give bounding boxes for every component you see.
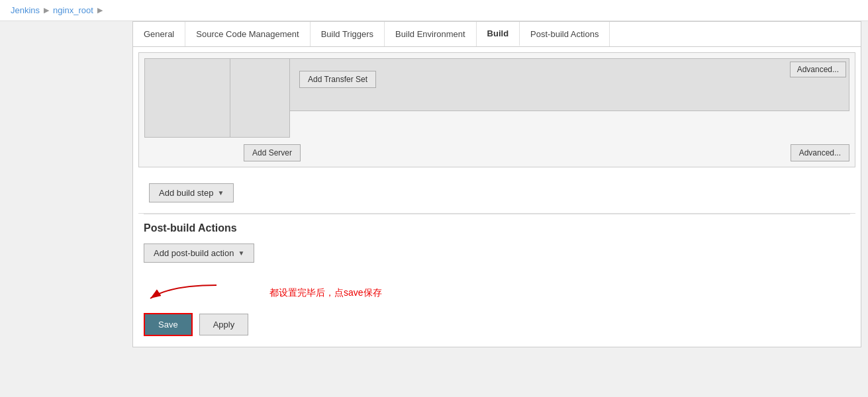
annotation-area: 都设置完毕后，点save保存 — [144, 280, 861, 306]
build-right-col: Advanced... Add Transfer Set — [290, 58, 849, 138]
advanced-top-button[interactable]: Advanced... — [790, 62, 846, 77]
transfer-btn-row: Add Transfer Set — [293, 62, 846, 96]
build-bottom-row: Add Server Advanced... — [144, 142, 849, 161]
breadcrumb-sep-2: ▶ — [97, 6, 103, 15]
add-build-step-button[interactable]: Add build step ▼ — [149, 183, 234, 202]
tab-build-environment[interactable]: Build Environment — [385, 22, 477, 46]
build-row: Advanced... Add Transfer Set — [144, 58, 849, 138]
add-build-step-label: Add build step — [159, 188, 213, 198]
tab-post-build[interactable]: Post-build Actions — [520, 22, 610, 46]
tab-nav: General Source Code Management Build Tri… — [132, 21, 861, 46]
tab-build-triggers[interactable]: Build Triggers — [311, 22, 385, 46]
breadcrumb-bar: Jenkins ▶ nginx_root ▶ — [0, 0, 868, 21]
post-build-dropdown-arrow-icon: ▼ — [238, 249, 244, 257]
breadcrumb-nginx-root[interactable]: nginx_root — [53, 5, 93, 15]
breadcrumb-jenkins[interactable]: Jenkins — [11, 5, 40, 15]
annotation-text: 都设置完毕后，点save保存 — [269, 287, 382, 299]
save-apply-area: Save Apply — [144, 313, 861, 336]
build-mid-col — [230, 58, 290, 138]
breadcrumb-sep-1: ▶ — [44, 6, 49, 15]
post-build-title: Post-build Actions — [144, 222, 850, 234]
tab-source-code[interactable]: Source Code Management — [185, 22, 310, 46]
post-build-section: Post-build Actions Add post-build action… — [144, 214, 850, 273]
tab-build[interactable]: Build — [477, 22, 520, 46]
advanced-bottom-button[interactable]: Advanced... — [791, 144, 849, 161]
add-transfer-set-button[interactable]: Add Transfer Set — [299, 71, 376, 88]
add-post-build-label: Add post-build action — [154, 248, 234, 258]
annotation-arrow-icon — [144, 280, 223, 306]
build-area: Advanced... Add Transfer Set Add Server … — [138, 52, 855, 167]
dropdown-arrow-icon: ▼ — [217, 189, 224, 197]
apply-button[interactable]: Apply — [199, 314, 249, 335]
add-server-button[interactable]: Add Server — [244, 144, 301, 161]
build-left-col — [144, 58, 230, 138]
page-wrapper: Jenkins ▶ nginx_root ▶ General Source Co… — [0, 0, 868, 397]
save-button[interactable]: Save — [144, 313, 193, 336]
add-build-step-area: Add build step ▼ — [133, 173, 861, 213]
add-post-build-button[interactable]: Add post-build action ▼ — [144, 243, 254, 263]
tab-general[interactable]: General — [133, 22, 185, 46]
panel-wrapper: Advanced... Add Transfer Set Add Server … — [132, 46, 861, 347]
content-wrapper: General Source Code Management Build Tri… — [126, 21, 868, 347]
build-right-top: Advanced... Add Transfer Set — [290, 58, 849, 111]
